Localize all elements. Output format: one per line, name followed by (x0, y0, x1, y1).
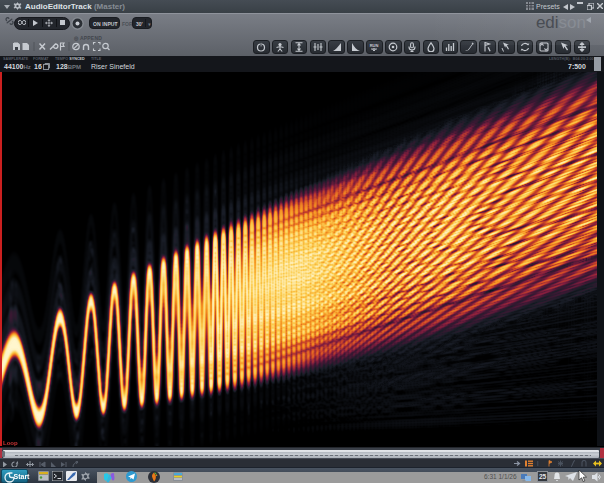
svg-text:RUN: RUN (370, 43, 379, 48)
